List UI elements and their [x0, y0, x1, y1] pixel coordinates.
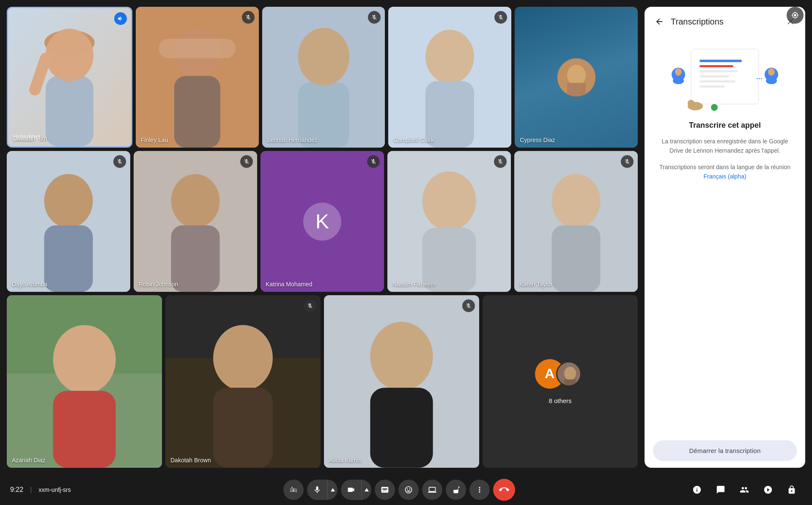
svg-point-56: [673, 77, 684, 84]
video-tile-azariah-diaz[interactable]: Azariah Diaz: [7, 295, 162, 468]
audio-waves-icon: [117, 15, 124, 22]
svg-point-55: [675, 68, 682, 76]
cypress-diaz-avatar: [557, 58, 595, 96]
svg-rect-20: [567, 83, 586, 96]
alicia-kamis-avatar: [324, 295, 479, 468]
participant-name-alicia-kamis: Alicia Kamis: [329, 457, 361, 464]
video-tile-robin-johnson[interactable]: Robin Johnson: [134, 151, 257, 292]
svg-rect-49: [700, 65, 733, 67]
end-call-icon: [497, 483, 511, 497]
info-icon: [692, 485, 702, 494]
panel-description-2-prefix: Transcriptions seront dans la langue de …: [659, 164, 790, 170]
video-tile-nassim-faheem[interactable]: Nassim Faheem: [387, 151, 511, 292]
dayo-afumba-avatar: [7, 151, 130, 292]
video-row-1: waving Dakotah Kim: [7, 7, 638, 148]
emoji-button[interactable]: [398, 480, 419, 500]
svg-rect-48: [700, 60, 742, 62]
more-options-button[interactable]: [469, 480, 490, 500]
chevron-up-icon: [331, 488, 335, 491]
participant-name-karen-taylor: Karen Taylor: [519, 281, 552, 288]
speaking-indicator: [114, 12, 127, 25]
info-button[interactable]: [687, 480, 707, 500]
svg-point-45: [564, 367, 576, 380]
lennon-hernandez-avatar: [262, 7, 385, 148]
captions-button[interactable]: [375, 480, 395, 500]
video-row-3: Azariah Diaz: [7, 295, 638, 468]
video-tile-campbell-clark[interactable]: Campbell Clark: [388, 7, 511, 148]
mic-off-icon-9: [307, 303, 313, 309]
panel-title: Transcriptions: [671, 17, 779, 27]
svg-rect-26: [171, 225, 219, 292]
raise-hand-button[interactable]: [446, 480, 466, 500]
svg-point-19: [567, 65, 586, 86]
video-tile-dakotah-kim[interactable]: waving Dakotah Kim: [7, 7, 132, 148]
video-tile-dayo-afumba[interactable]: Dayo Afumba: [7, 151, 130, 292]
nassim-faheem-avatar: [387, 151, 511, 292]
svg-point-14: [298, 28, 349, 85]
finley-lau-avatar: [136, 7, 259, 148]
svg-point-25: [171, 174, 219, 228]
dakotah-brown-avatar: [165, 295, 321, 468]
mic-button[interactable]: [307, 480, 327, 500]
svg-rect-43: [370, 388, 433, 468]
panel-content: Transcrire cet appel La transcription se…: [645, 121, 805, 434]
audio-levels-button[interactable]: [283, 480, 304, 500]
panel-back-button[interactable]: [653, 15, 666, 28]
mic-off-icon-8: [624, 159, 630, 165]
activities-button[interactable]: [758, 480, 778, 500]
participant-name-dayo-afumba: Dayo Afumba: [12, 281, 47, 288]
participants-button[interactable]: [734, 480, 754, 500]
camera-icon: [347, 486, 355, 494]
chat-button[interactable]: [710, 480, 731, 500]
svg-point-42: [370, 322, 433, 391]
robin-johnson-avatar: [134, 151, 257, 292]
bottom-toolbar: 9:22 | xxm-unfj-srs: [0, 475, 812, 505]
camera-group: [341, 480, 371, 500]
settings-button[interactable]: [787, 7, 804, 24]
start-transcription-button[interactable]: Démarrer la transcription: [653, 440, 797, 461]
svg-point-39: [213, 325, 273, 391]
activities-icon: [763, 485, 773, 494]
participant-name-robin-johnson: Robin Johnson: [139, 281, 178, 288]
video-tile-alicia-kamis[interactable]: Alicia Kamis: [324, 295, 479, 468]
audio-levels-icon: [289, 486, 298, 494]
video-tile-cypress-diaz[interactable]: Cypress Diaz: [515, 7, 638, 148]
video-tile-dakotah-brown[interactable]: Dakotah Brown: [165, 295, 321, 468]
security-button[interactable]: [782, 480, 802, 500]
svg-point-4: [46, 29, 93, 82]
video-tile-katrina-mohamed[interactable]: K Katrina Mohamed: [261, 151, 384, 292]
meeting-time: 9:22: [10, 486, 23, 494]
video-tile-finley-lau[interactable]: Finley Lau: [136, 7, 259, 148]
more-vert-icon: [475, 486, 484, 494]
mic-off-icon: [245, 14, 251, 20]
video-tile-lennon-hernandez[interactable]: Lennon Hernandez: [262, 7, 385, 148]
participant-name-azariah-diaz: Azariah Diaz: [12, 457, 45, 464]
svg-rect-36: [53, 391, 115, 468]
participant-name-finley-lau: Finley Lau: [141, 137, 168, 143]
meeting-divider: |: [30, 486, 32, 494]
svg-point-58: [768, 68, 775, 76]
present-button[interactable]: [422, 480, 442, 500]
mic-arrow-button[interactable]: [327, 480, 337, 500]
chat-icon: [716, 485, 725, 494]
katrina-initial: K: [315, 210, 329, 233]
video-tile-others[interactable]: A 8 others: [483, 295, 638, 468]
svg-rect-50: [700, 70, 738, 72]
camera-button[interactable]: [341, 480, 361, 500]
captions-icon: [381, 486, 389, 494]
panel-illustration: [645, 32, 805, 121]
dakotah-kim-avatar: waving: [8, 8, 131, 146]
transcriptions-panel: Transcriptions: [645, 7, 805, 468]
present-icon: [428, 486, 436, 494]
svg-rect-3: [46, 76, 93, 147]
svg-rect-53: [700, 85, 725, 88]
camera-arrow-button[interactable]: [361, 480, 371, 500]
katrina-avatar-container: K: [261, 151, 384, 292]
end-call-button[interactable]: [493, 479, 515, 501]
video-tile-karen-taylor[interactable]: Karen Taylor: [514, 151, 638, 292]
others-avatar-photo: [556, 361, 582, 387]
meeting-code: xxm-unfj-srs: [38, 486, 71, 493]
panel-header: Transcriptions: [645, 7, 805, 32]
panel-description-2: Transcriptions seront dans la langue de …: [656, 162, 793, 181]
panel-language-link[interactable]: Français (alpha): [703, 173, 746, 180]
